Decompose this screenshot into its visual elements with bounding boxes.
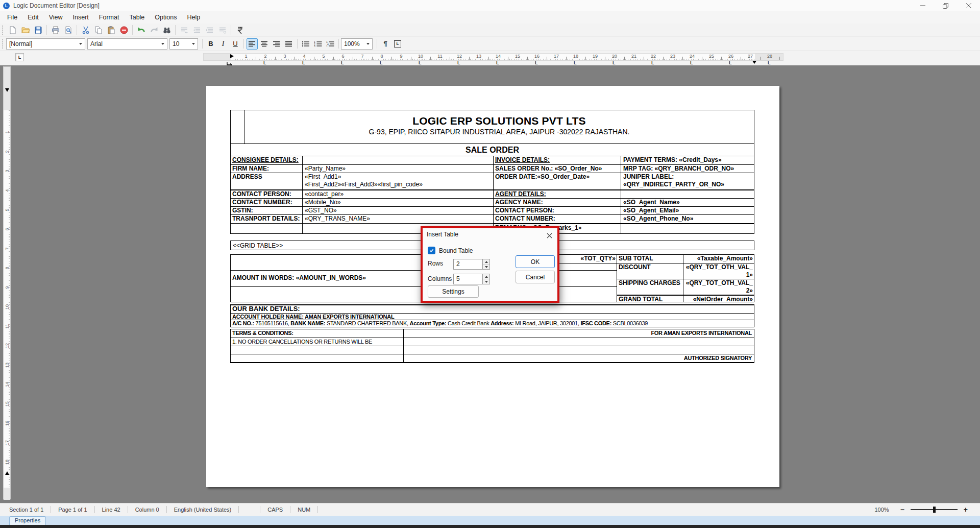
redo-button[interactable] [148, 24, 160, 36]
save-button[interactable] [32, 24, 44, 36]
status-page: Page 1 of 1 [51, 506, 94, 513]
discount-value: «QRY_TOT_OTH_VAL_1» [683, 263, 754, 279]
show-paragraph-marks-button[interactable]: ¶ [380, 38, 391, 50]
format-toolbar-grip[interactable] [2, 39, 4, 49]
account-holder: ACCOUNT HOLDER NAME: AMAN EXPORTS INTERN… [231, 313, 754, 320]
paste-clipboard-icon [107, 26, 116, 35]
numbered-list-button[interactable]: 123 [312, 38, 324, 50]
menu-view[interactable]: View [44, 11, 68, 23]
restore-button[interactable] [934, 0, 957, 11]
minimize-button[interactable] [911, 0, 934, 11]
undo-button[interactable] [135, 24, 147, 36]
status-caps: CAPS [260, 506, 290, 513]
columns-up-button[interactable] [483, 274, 489, 279]
paragraph-options-icon [218, 26, 227, 35]
zoom-dropdown[interactable]: 100% [341, 38, 373, 50]
cancel-button[interactable]: Cancel [516, 271, 555, 283]
copy-button[interactable] [92, 24, 104, 36]
toolbar-grip[interactable] [2, 26, 4, 35]
columns-stepper[interactable]: 5 [453, 274, 490, 284]
properties-tab[interactable]: Properties [9, 516, 46, 525]
tab-stop-selector[interactable]: L [15, 53, 24, 61]
font-size-dropdown[interactable]: 10 [169, 38, 198, 50]
indent-decrease-button[interactable] [191, 24, 203, 36]
zoom-out-button[interactable]: − [896, 506, 909, 514]
bottom-strip [0, 525, 980, 528]
toolbar-separator [377, 39, 377, 49]
open-button[interactable] [19, 24, 31, 36]
first-line-indent-marker[interactable] [230, 54, 234, 58]
columns-down-button[interactable] [483, 279, 489, 284]
print-preview-button[interactable] [62, 24, 74, 36]
italic-button[interactable]: I [217, 38, 229, 50]
invoice-header: INVOICE DETAILS: [494, 156, 621, 164]
rows-stepper[interactable]: 2 [453, 259, 490, 270]
align-right-button[interactable] [271, 38, 282, 50]
new-document-button[interactable] [7, 24, 18, 36]
paragraph-left-button[interactable] [178, 24, 190, 36]
rupee-field-button[interactable] [234, 24, 246, 36]
chevron-down-icon [77, 39, 85, 49]
firm-name-label: FIRM NAME: [231, 165, 303, 173]
bottom-margin-marker[interactable] [5, 471, 9, 475]
dialog-title: Insert Table [427, 231, 458, 238]
paragraph-style-dropdown[interactable]: [Normal] [6, 38, 85, 50]
bound-table-label: Bound Table [439, 247, 473, 254]
settings-button[interactable]: Settings [428, 285, 479, 298]
transport-label: TRASNPORT DETAILS: [231, 215, 303, 223]
font-family-dropdown[interactable]: Arial [87, 38, 167, 50]
menu-options[interactable]: Options [150, 11, 182, 23]
menu-table[interactable]: Table [124, 11, 150, 23]
menu-edit[interactable]: Edit [22, 11, 44, 23]
underline-button[interactable]: U [230, 38, 241, 50]
bold-button[interactable]: B [205, 38, 216, 50]
bank-details-block: OUR BANK DETAILS: ACCOUNT HOLDER NAME: A… [230, 304, 754, 327]
paragraph-options-button[interactable] [216, 24, 228, 36]
zoom-slider[interactable] [911, 509, 958, 510]
standard-toolbar [0, 23, 980, 37]
copy-icon [94, 26, 103, 35]
rows-value[interactable]: 2 [454, 259, 482, 269]
agent-contact-number-value: «SO_Agent_Phone_No» [621, 215, 754, 223]
layout-frame-button[interactable]: L [392, 38, 403, 50]
sub-total-value: «Taxable_Amount» [683, 255, 754, 263]
align-justify-button[interactable] [283, 38, 295, 50]
columns-value[interactable]: 5 [454, 274, 482, 284]
menu-insert[interactable]: Insert [68, 11, 94, 23]
find-button[interactable] [161, 24, 173, 36]
totals-table: SUB TOTAL«Taxable_Amount» DISCOUNT«QRY_T… [617, 255, 754, 302]
paste-button[interactable] [105, 24, 117, 36]
underline-label: U [233, 40, 237, 47]
ok-button[interactable]: OK [516, 255, 555, 268]
italic-label: I [222, 40, 225, 48]
chevron-down-icon [189, 39, 198, 49]
align-left-button[interactable] [247, 38, 258, 50]
zoom-in-button[interactable]: + [960, 506, 972, 514]
multilevel-list-button[interactable]: 141 [325, 38, 336, 50]
cut-button[interactable] [80, 24, 91, 36]
payment-terms: PAYMENT TERMS: «Credit_Days» [621, 156, 754, 164]
bound-table-checkbox[interactable] [428, 247, 435, 254]
close-button[interactable] [957, 0, 980, 11]
agent-contact-person-label: CONTACT PERSON: [494, 207, 621, 214]
menu-format[interactable]: Format [94, 11, 125, 23]
right-indent-marker[interactable] [752, 61, 756, 64]
rows-down-button[interactable] [483, 265, 489, 269]
checkmark-icon [429, 248, 434, 253]
menu-file[interactable]: File [2, 11, 22, 23]
delete-button[interactable] [118, 24, 130, 36]
indent-increase-button[interactable] [204, 24, 215, 36]
bullet-list-button[interactable] [300, 38, 311, 50]
menu-help[interactable]: Help [182, 11, 205, 23]
dialog-close-button[interactable] [544, 231, 554, 240]
gstin-label: GSTIN: [231, 207, 303, 214]
top-margin-marker[interactable] [5, 88, 9, 92]
details-block: CONSIGNEE DETAILS: FIRM NAME:«Party_Name… [230, 156, 754, 234]
print-button[interactable] [50, 24, 61, 36]
format-toolbar: [Normal] Arial 10 B I U 123 141 100% ¶ L [0, 37, 980, 51]
logo-cell [231, 110, 244, 143]
rows-label: Rows [428, 260, 443, 267]
zoom-slider-thumb[interactable] [933, 507, 936, 513]
align-center-button[interactable] [259, 38, 270, 50]
rows-up-button[interactable] [483, 259, 489, 265]
